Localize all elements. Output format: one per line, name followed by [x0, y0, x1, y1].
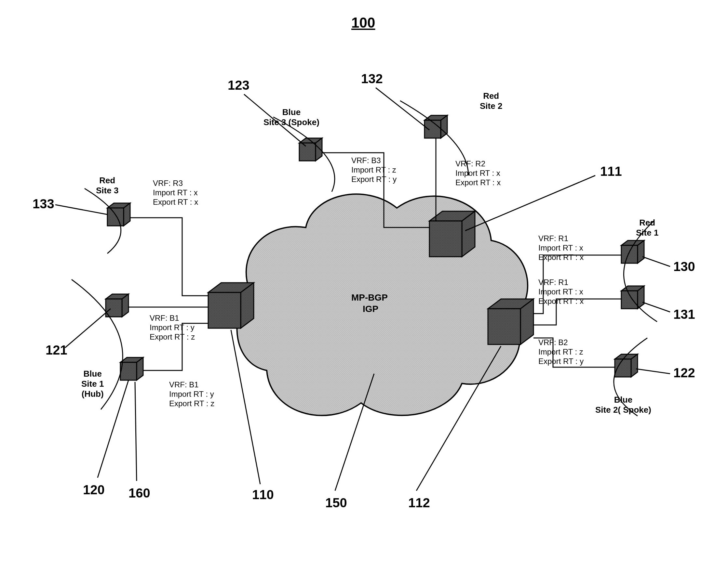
callout-110: 110	[252, 488, 274, 502]
pe-111	[430, 211, 475, 257]
svg-rect-2	[208, 293, 241, 328]
cloud-shape	[237, 194, 528, 415]
diagram-svg	[0, 0, 728, 582]
site-red2: Red Site 2	[480, 91, 502, 111]
svg-line-23	[231, 330, 260, 484]
vrf-r1a: VRF: R1 Import RT : x Export RT : x	[538, 234, 583, 262]
svg-line-24	[335, 374, 374, 491]
cloud-label-2: IGP	[363, 304, 378, 314]
arc-blue3	[273, 117, 335, 192]
ce-121	[106, 294, 129, 317]
svg-line-22	[135, 382, 137, 481]
site-red3: Red Site 3	[96, 175, 119, 196]
svg-line-18	[636, 369, 670, 374]
vrf-r2: VRF: R2 Import RT : x Export RT : x	[456, 159, 501, 187]
svg-rect-12	[615, 359, 631, 377]
svg-rect-4	[488, 309, 520, 344]
callout-111: 111	[600, 164, 622, 179]
ce-133	[107, 203, 130, 226]
vrf-b2: VRF: B2 Import RT : z Export RT : y	[538, 338, 583, 366]
svg-line-20	[65, 309, 111, 348]
svg-rect-6	[106, 299, 122, 317]
callout-112: 112	[408, 496, 430, 510]
vrf-b1b: VRF: B1 Import RT : y Export RT : z	[169, 380, 214, 408]
vrf-b3: VRF: B3 Import RT : z Export RT : y	[351, 156, 396, 184]
callout-131: 131	[673, 307, 695, 322]
diagram-stage: 100 MP-BGP IGP Red Site 3 Blue Site 1 (H…	[0, 0, 728, 582]
svg-line-17	[643, 302, 670, 312]
ce-131	[621, 286, 644, 309]
callout-122: 122	[673, 366, 695, 380]
svg-line-25	[416, 346, 501, 491]
ce-120	[120, 357, 143, 380]
ce-123	[299, 138, 322, 161]
cloud-label-1: MP-BGP	[351, 293, 388, 303]
svg-rect-5	[107, 208, 124, 226]
vrf-r3: VRF: R3 Import RT : x Export RT : x	[153, 179, 198, 207]
pe-112	[488, 299, 534, 344]
svg-rect-7	[120, 362, 137, 380]
callout-123: 123	[228, 78, 250, 92]
callout-132: 132	[361, 72, 383, 86]
svg-rect-11	[621, 291, 638, 309]
callout-121: 121	[46, 343, 67, 357]
site-red1: Red Site 1	[636, 218, 658, 238]
figure-number: 100	[351, 15, 375, 31]
site-blue2: Blue Site 2( Spoke)	[595, 395, 651, 415]
svg-rect-8	[299, 143, 315, 161]
ce-122	[615, 354, 638, 377]
pe-110	[208, 283, 254, 328]
svg-rect-10	[621, 245, 638, 263]
site-blue3: Blue Site 3 (Spoke)	[263, 107, 319, 128]
callout-150: 150	[325, 496, 347, 510]
vrf-r1b: VRF: R1 Import RT : x Export RT : x	[538, 278, 583, 306]
svg-line-19	[55, 205, 107, 215]
ce-130	[621, 241, 644, 263]
svg-rect-9	[424, 120, 441, 138]
callout-120: 120	[83, 482, 105, 497]
callout-160: 160	[129, 486, 150, 500]
vrf-b1a: VRF: B1 Import RT : y Export RT : z	[150, 313, 195, 341]
svg-line-14	[376, 88, 430, 130]
svg-rect-3	[430, 221, 462, 257]
site-blue1: Blue Site 1 (Hub)	[81, 369, 104, 399]
callout-133: 133	[32, 197, 54, 211]
svg-line-16	[643, 257, 670, 267]
callout-130: 130	[673, 259, 695, 274]
arc-red3	[84, 189, 121, 253]
ce-132	[424, 115, 447, 138]
